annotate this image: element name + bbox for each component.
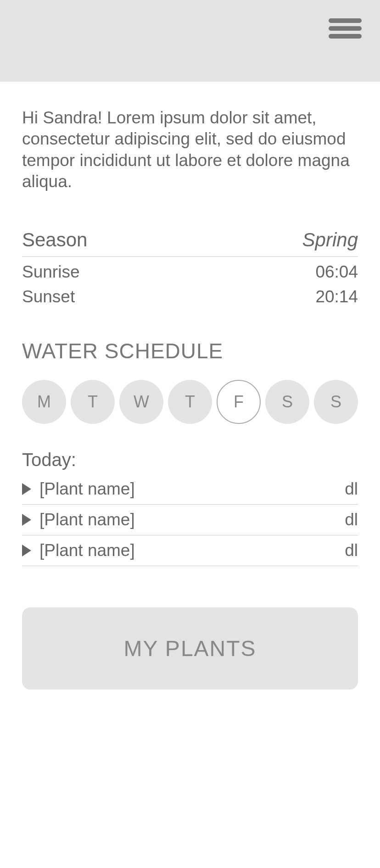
main-content: Hi Sandra! Lorem ipsum dolor sit amet, c… xyxy=(0,82,380,868)
plant-row-left: [Plant name] xyxy=(22,479,135,499)
season-label: Season xyxy=(22,229,87,251)
plant-list: [Plant name]dl[Plant name]dl[Plant name]… xyxy=(22,474,358,566)
day-1[interactable]: T xyxy=(71,380,115,424)
plant-amount: dl xyxy=(345,510,358,529)
day-6[interactable]: S xyxy=(314,380,358,424)
plant-name: [Plant name] xyxy=(39,510,135,529)
sunset-label: Sunset xyxy=(22,287,75,306)
sunset-value: 20:14 xyxy=(315,287,358,306)
sunset-row: Sunset 20:14 xyxy=(22,282,358,306)
plant-name: [Plant name] xyxy=(39,541,135,560)
day-0[interactable]: M xyxy=(22,380,66,424)
plant-amount: dl xyxy=(345,479,358,499)
play-icon xyxy=(22,514,31,526)
plant-name: [Plant name] xyxy=(39,479,135,499)
season-row: Season Spring xyxy=(22,229,358,257)
play-icon xyxy=(22,545,31,556)
play-icon xyxy=(22,483,31,495)
sunrise-value: 06:04 xyxy=(315,262,358,282)
app-header xyxy=(0,0,380,82)
season-info-table: Season Spring Sunrise 06:04 Sunset 20:14 xyxy=(22,229,358,306)
plant-amount: dl xyxy=(345,541,358,560)
plant-row-left: [Plant name] xyxy=(22,510,135,529)
day-5[interactable]: S xyxy=(265,380,309,424)
day-4[interactable]: F xyxy=(217,380,261,424)
today-label: Today: xyxy=(22,450,358,470)
greeting-text: Hi Sandra! Lorem ipsum dolor sit amet, c… xyxy=(22,107,358,192)
day-3[interactable]: T xyxy=(168,380,212,424)
hamburger-menu-icon[interactable] xyxy=(329,18,362,39)
my-plants-button[interactable]: MY PLANTS xyxy=(22,607,358,690)
day-selector: MTWTFSS xyxy=(22,380,358,424)
plant-row[interactable]: [Plant name]dl xyxy=(22,535,358,566)
sunrise-label: Sunrise xyxy=(22,262,79,282)
plant-row[interactable]: [Plant name]dl xyxy=(22,505,358,535)
plant-row-left: [Plant name] xyxy=(22,541,135,560)
plant-row[interactable]: [Plant name]dl xyxy=(22,474,358,505)
sunrise-row: Sunrise 06:04 xyxy=(22,257,358,282)
water-schedule-title: WATER SCHEDULE xyxy=(22,339,358,363)
day-2[interactable]: W xyxy=(119,380,163,424)
season-value: Spring xyxy=(302,229,358,251)
